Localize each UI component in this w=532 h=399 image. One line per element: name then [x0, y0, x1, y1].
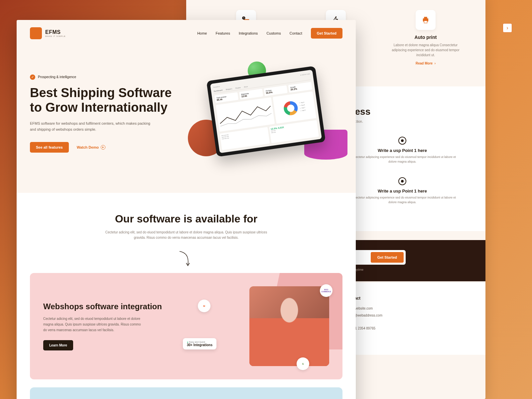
stat-card: Shipments12.6k: [239, 89, 263, 99]
stat-card: Growth25.2%: [288, 82, 312, 92]
usp-desc: Consectetur adipiscing experience sed do…: [346, 196, 459, 204]
learn-more-button[interactable]: Learn More: [43, 340, 73, 350]
badge-text: Prospecting & intelligence: [38, 75, 76, 79]
svg-rect-4: [424, 21, 427, 23]
line-chart: [216, 97, 275, 132]
nav-customs[interactable]: Customs: [266, 31, 281, 35]
logo-icon: [30, 27, 42, 39]
usp-item: Write a usp Point 1 hereConsectetur adip…: [346, 177, 459, 204]
watch-demo-link[interactable]: Watch Demo: [77, 145, 105, 150]
hero-illustration: Analytics● Active User DashboardShippers…: [191, 60, 342, 166]
stat-card: Total revenue85.4k: [214, 92, 238, 103]
webshops-card: amazon Webshops software integration Cec…: [30, 273, 342, 379]
available-sub: Cectetur adicing elit, sed do eiuod temp…: [100, 230, 273, 240]
feature-card-autoprint: Auto print Labore et dolore magna aliqua…: [389, 10, 462, 66]
svg-rect-3: [424, 17, 427, 19]
carousel-next-button[interactable]: ›: [503, 23, 512, 33]
usp-title: Write a usp Point 1 here: [346, 189, 459, 194]
hero: ✓ Prospecting & intelligence Best Shippi…: [17, 47, 356, 193]
nav-get-started-button[interactable]: Get Started: [311, 28, 342, 39]
page-front: EFMS MAKE IT SIMPLE Home Features Integr…: [17, 20, 356, 399]
tablet-mockup: Analytics● Active User DashboardShippers…: [206, 66, 326, 157]
woman-laptop-photo: [249, 286, 329, 366]
webshops-desc: Cectetur adicing elit, sed do eiuod temp…: [43, 316, 143, 333]
nav-home[interactable]: Home: [197, 31, 207, 35]
target-icon: [398, 137, 406, 145]
usp-item: Write a usp Point 1 hereConsectetur adip…: [346, 137, 459, 164]
stat-card: On-time55.8%: [264, 85, 288, 96]
get-started-button[interactable]: Get Started: [371, 252, 404, 263]
magento-chip: M: [198, 300, 210, 312]
check-icon: ✓: [30, 74, 35, 80]
nav-features[interactable]: Features: [215, 31, 230, 35]
usp-desc: Consectetur adipiscing experience sed do…: [346, 155, 459, 164]
nav-integrations[interactable]: Integrations: [239, 31, 258, 35]
donut-chart: — Seg A— Seg B— Seg C— Seg D: [273, 91, 316, 124]
target-icon: [398, 177, 406, 185]
printer-icon: [416, 10, 436, 30]
see-features-button[interactable]: See all features: [30, 142, 69, 153]
nav-contact[interactable]: Contact: [290, 31, 302, 35]
top-nav: EFMS MAKE IT SIMPLE Home Features Integr…: [17, 20, 356, 47]
fulfillment-card: Order placed4:00 PM | Thu, 22 Oct Order …: [30, 387, 342, 399]
brand-name: EFMS: [45, 29, 66, 35]
available-section: Our software is available for Cectetur a…: [17, 193, 356, 399]
integrations-pill: ● Easy and Quick 30+ Integrations: [183, 338, 216, 349]
feature-title: Auto print: [389, 35, 462, 40]
play-icon: [101, 145, 105, 150]
usp-title: Write a usp Point 1 here: [346, 148, 459, 153]
logo[interactable]: EFMS MAKE IT SIMPLE: [30, 27, 66, 39]
arrow-decoration: [176, 250, 196, 270]
read-more-link[interactable]: Read More ›: [416, 62, 436, 65]
webshops-title: Webshops software integration: [43, 302, 180, 312]
shopify-chip: S: [297, 357, 309, 370]
brand-tagline: MAKE IT SIMPLE: [45, 35, 66, 37]
available-title: Our software is available for: [30, 213, 342, 225]
hero-desc: EFMS software for webshops and fulfilmen…: [30, 121, 156, 132]
feature-desc: Labore et dolore magna aliqua Consectetu…: [389, 43, 462, 58]
woocommerce-chip: WOO COMMERCE: [320, 284, 332, 297]
hero-badge: ✓ Prospecting & intelligence: [30, 74, 76, 80]
nav-links: Home Features Integrations Customs Conta…: [197, 28, 342, 39]
hero-title: Best Shipping Software to Grow Internati…: [30, 86, 181, 115]
